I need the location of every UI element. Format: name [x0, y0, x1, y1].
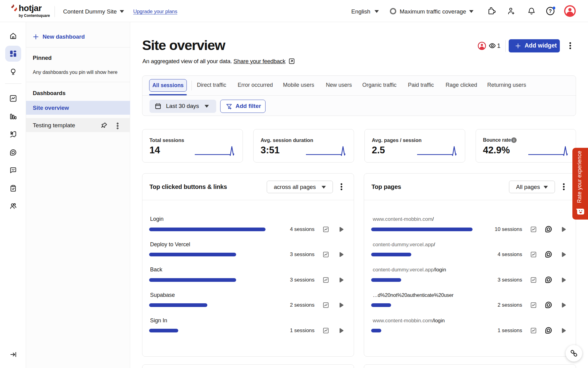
svg-text:i: i [513, 138, 514, 142]
svg-text:?: ? [549, 9, 552, 14]
